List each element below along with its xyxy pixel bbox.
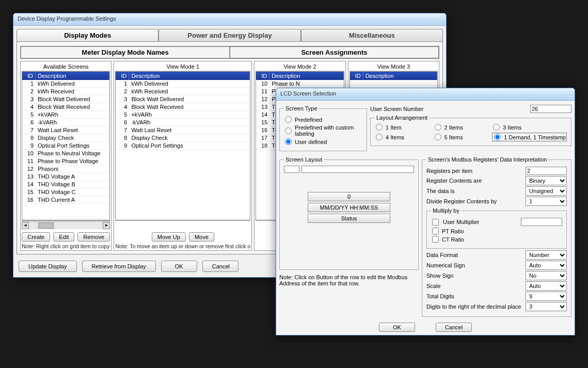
table-row[interactable]: 16THD Current A bbox=[22, 196, 109, 204]
fs-layout-arr: Layout Arrangement 1 Item 2 Items 3 Item… bbox=[370, 115, 571, 146]
fs-screen-layout: Screen Layout 0 MM/DD/YY HH:MM:SS Status bbox=[279, 156, 419, 270]
total-digits-select[interactable]: 9 bbox=[526, 292, 567, 301]
tab-misc[interactable]: Miscellaneous bbox=[301, 29, 443, 41]
table-row[interactable]: 3Block Watt Delivered bbox=[116, 95, 250, 103]
table-row[interactable]: 8Display Check bbox=[116, 134, 250, 142]
layout-note: Note: Click on Button of the row to edit… bbox=[279, 274, 419, 286]
subtab-screen-assign[interactable]: Screen Assignments bbox=[230, 46, 439, 58]
remove-button[interactable]: Remove bbox=[77, 232, 110, 242]
table-row[interactable]: 12Phasors bbox=[22, 165, 109, 173]
radio-user-defined[interactable] bbox=[285, 138, 292, 145]
cancel-button[interactable]: Cancel bbox=[202, 261, 239, 272]
show-sign-select[interactable]: No bbox=[526, 271, 567, 280]
fs-modbus: Screen's Modbus Registers' Data Interpre… bbox=[422, 156, 571, 317]
note-copy: Note: Right click on grid item to copy bbox=[22, 243, 110, 249]
radio-demand-ts[interactable] bbox=[494, 134, 501, 140]
fs-multiply: Multiply by User Multiplier PT Ratio CT … bbox=[426, 207, 567, 249]
chk-user-mult[interactable] bbox=[432, 219, 439, 226]
tab-power-energy[interactable]: Power and Energy Display bbox=[158, 29, 300, 41]
moveup-button[interactable]: Move Up bbox=[152, 232, 186, 242]
chk-ct-ratio[interactable] bbox=[432, 236, 439, 243]
table-row[interactable]: 9Optical Port Settings bbox=[116, 142, 250, 150]
table-row[interactable]: 13THD Voltage A bbox=[22, 173, 109, 181]
layout-row-status[interactable]: Status bbox=[308, 214, 390, 223]
dlg-cancel-button[interactable]: Cancel bbox=[436, 323, 472, 332]
hscroll-available[interactable]: ◄► bbox=[22, 221, 110, 229]
table-row[interactable]: 3Block Watt Delivered bbox=[22, 95, 109, 103]
col-view1: View Mode 1 IDDescription 1kWh Delivered… bbox=[114, 61, 252, 251]
divide-select[interactable]: 1 bbox=[526, 197, 567, 206]
reg-per-item-input[interactable] bbox=[526, 167, 567, 175]
grid-available[interactable]: IDDescription 1kWh Delivered2kWh Receive… bbox=[22, 71, 110, 221]
ok-button[interactable]: OK bbox=[161, 261, 197, 272]
table-row[interactable]: 7Watt Last Reset bbox=[116, 126, 250, 134]
grid-view1[interactable]: IDDescription 1kWh Delivered2kWh Receive… bbox=[115, 71, 250, 221]
fs-screen-type: Screen Type Predefined Predefined with c… bbox=[279, 105, 367, 151]
main-tabs: Display Modes Power and Energy Display M… bbox=[17, 29, 443, 41]
lcd-dialog: LCD Screen Selection Screen Type Predefi… bbox=[276, 88, 575, 335]
table-row[interactable]: 1kWh Delivered bbox=[116, 80, 250, 88]
table-row[interactable]: 10Phase to N bbox=[256, 80, 343, 88]
dlg-title: LCD Screen Selection bbox=[276, 88, 575, 101]
num-sign-select[interactable]: Auto bbox=[526, 261, 567, 270]
table-row[interactable]: 14THD Voltage B bbox=[22, 181, 109, 188]
data-format-select[interactable]: Number bbox=[526, 250, 567, 260]
dec-digits-select[interactable]: 3 bbox=[526, 302, 567, 311]
radio-4items[interactable] bbox=[376, 134, 383, 140]
table-row[interactable]: 4Block Watt Received bbox=[22, 103, 109, 111]
user-mult-input[interactable] bbox=[521, 218, 562, 226]
update-display-button[interactable]: Update Display bbox=[19, 261, 77, 272]
table-row[interactable]: 6-kVARh bbox=[22, 119, 109, 126]
user-screen-label: User Screen Number bbox=[370, 106, 527, 112]
table-row[interactable]: 15THD Voltage C bbox=[22, 188, 109, 196]
table-row[interactable]: 2kWh Received bbox=[116, 88, 250, 95]
layout-desc-input[interactable] bbox=[301, 166, 414, 173]
table-row[interactable]: 10Phase to Neutral Voltage bbox=[22, 150, 109, 157]
table-row[interactable]: 4Block Watt Received bbox=[116, 103, 250, 111]
radio-2items[interactable] bbox=[435, 124, 441, 131]
reg-contents-select[interactable]: Binary bbox=[526, 176, 567, 185]
radio-predefined[interactable] bbox=[285, 116, 292, 123]
radio-1item[interactable] bbox=[376, 124, 383, 131]
subtab-mode-names[interactable]: Meter Display Mode Names bbox=[21, 46, 230, 58]
layout-row-0[interactable]: 0 bbox=[308, 192, 390, 201]
retrieve-display-button[interactable]: Retrieve from Display bbox=[82, 261, 156, 272]
table-row[interactable]: 9Optical Port Settings bbox=[22, 142, 109, 150]
tab-display-modes[interactable]: Display Modes bbox=[17, 29, 158, 41]
data-is-select[interactable]: Unsigned bbox=[526, 186, 567, 196]
col-available: Available Screens IDDescription 1kWh Del… bbox=[20, 61, 112, 251]
table-row[interactable]: 11Phase to Phase Voltage bbox=[22, 157, 109, 165]
chk-pt-ratio[interactable] bbox=[432, 228, 439, 234]
edit-button[interactable]: Edit bbox=[53, 232, 74, 242]
table-row[interactable]: 5+kVARh bbox=[116, 111, 250, 119]
note-move: Note: To move an item up or down or remo… bbox=[115, 243, 250, 249]
layout-row-ts[interactable]: MM/DD/YY HH:MM:SS bbox=[308, 203, 390, 212]
create-button[interactable]: Create bbox=[22, 232, 50, 242]
scale-select[interactable]: Auto bbox=[526, 281, 567, 291]
dlg-ok-button[interactable]: OK bbox=[379, 323, 415, 332]
movedown-button[interactable]: Move bbox=[189, 232, 214, 242]
layout-idx-input[interactable] bbox=[284, 166, 299, 173]
table-row[interactable]: 2kWh Received bbox=[22, 88, 109, 95]
radio-predef-custom[interactable] bbox=[285, 127, 292, 134]
table-row[interactable]: 6-kVARh bbox=[116, 119, 250, 126]
table-row[interactable]: 8Display Check bbox=[22, 134, 109, 142]
main-title: Device Display Programmable Settings bbox=[13, 13, 446, 26]
table-row[interactable]: 7Watt Last Reset bbox=[22, 126, 109, 134]
radio-5items[interactable] bbox=[435, 134, 441, 140]
user-screen-input[interactable] bbox=[530, 105, 571, 113]
radio-3items[interactable] bbox=[493, 124, 500, 131]
table-row[interactable]: 1kWh Delivered bbox=[22, 80, 109, 88]
table-row[interactable]: 5+kVARh bbox=[22, 111, 109, 119]
